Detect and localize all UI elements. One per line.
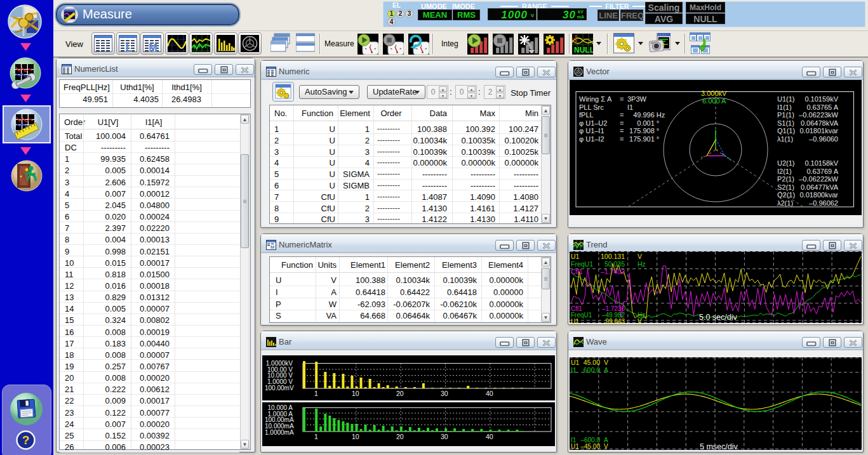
svg-text:NULL: NULL xyxy=(574,46,593,55)
svg-text:?: ? xyxy=(22,433,30,447)
svg-text:L: L xyxy=(126,43,132,52)
svg-text:M: M xyxy=(149,43,157,52)
svg-text:M: M xyxy=(270,244,275,250)
